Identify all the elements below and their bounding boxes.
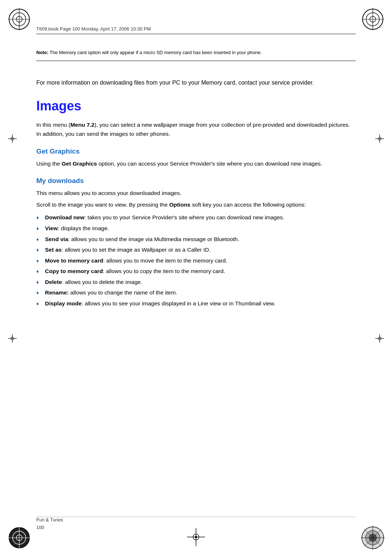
corner-mark-tl: [7, 7, 32, 32]
list-item: Copy to memory card: allows you to copy …: [36, 267, 356, 276]
header-text: T609.book Page 100 Monday, April 17, 200…: [36, 26, 151, 32]
page: T609.book Page 100 Monday, April 17, 200…: [0, 0, 392, 557]
note-box: Note: The Memory card option will only a…: [36, 45, 356, 61]
my-downloads-intro2: Scroll to the image you want to view. By…: [36, 200, 356, 210]
list-item: Set as: allows you to set the image as W…: [36, 245, 356, 255]
note-label: Note:: [36, 50, 48, 55]
intro-paragraph: For more information on downloading file…: [36, 78, 356, 88]
side-mark-right-upper: [375, 134, 384, 143]
images-paragraph: In this menu (Menu 7.2), you can select …: [36, 120, 356, 139]
options-list: Download new: takes you to your Service …: [36, 213, 356, 308]
list-item: Send via: allows you to send the image v…: [36, 235, 356, 244]
list-item: Download new: takes you to your Service …: [36, 213, 356, 222]
corner-mark-tr: [360, 7, 385, 32]
list-item: View: displays the image.: [36, 224, 356, 233]
note-text: Note: The Memory card option will only a…: [36, 50, 262, 55]
images-section-title: Images: [36, 98, 356, 114]
bottom-center-mark: [187, 528, 205, 546]
menu-ref: Menu 7.2: [70, 122, 94, 128]
corner-mark-bl: [7, 525, 32, 550]
list-item: Display mode: allows you to see your ima…: [36, 299, 356, 308]
svg-point-37: [195, 536, 197, 538]
my-downloads-title: My downloads: [36, 177, 356, 185]
get-graphics-title: Get Graphics: [36, 147, 356, 155]
get-graphics-bold: Get Graphics: [62, 160, 97, 167]
note-body: The Memory card option will only appear …: [48, 50, 262, 55]
list-item: Move to memory card: allows you to move …: [36, 256, 356, 265]
side-mark-right-lower: [375, 334, 384, 343]
list-item: Rename: allows you to change the name of…: [36, 288, 356, 297]
corner-mark-br: [360, 525, 385, 550]
side-mark-left-upper: [8, 134, 17, 143]
footer-category: Fun & Tunes: [36, 516, 356, 524]
my-downloads-intro: This menu allows you to access your down…: [36, 188, 356, 198]
list-item: Delete: allows you to delete the image.: [36, 277, 356, 287]
main-content: For more information on downloading file…: [36, 78, 356, 521]
side-mark-left-lower: [8, 334, 17, 343]
options-bold: Options: [169, 202, 191, 208]
header-bar: T609.book Page 100 Monday, April 17, 200…: [36, 25, 356, 34]
get-graphics-paragraph: Using the Get Graphics option, you can a…: [36, 159, 356, 168]
